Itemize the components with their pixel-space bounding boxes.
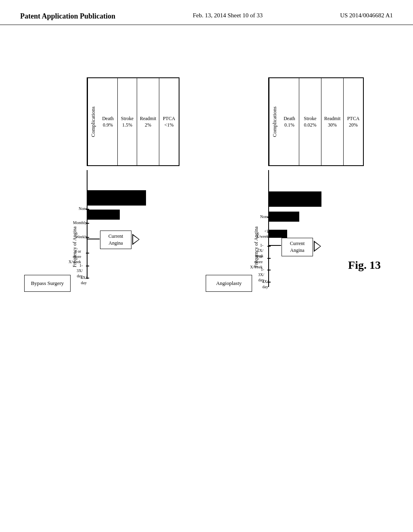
right-ptca-cell: PTCA 20%	[344, 78, 363, 165]
left-ptca-value: <1%	[165, 122, 174, 128]
publication-title: Patent Application Publication	[20, 12, 115, 21]
left-tick-1	[86, 278, 89, 278]
left-tick-4	[86, 237, 89, 238]
left-comp-columns: Death 0.9% Stroke 1.5% Readmit 2% PTCA <…	[98, 78, 179, 165]
left-readmit-cell: Readmit 2%	[137, 78, 159, 165]
right-death-cell: Death 0.1%	[280, 78, 299, 165]
right-bar-2	[269, 212, 299, 222]
left-death-value: 0.9%	[103, 122, 113, 128]
left-complications-label: Complications	[88, 78, 98, 165]
right-tick-3	[267, 258, 271, 259]
publication-date-sheet: Feb. 13, 2014 Sheet 10 of 33	[193, 12, 263, 19]
right-readmit-cell: Readmit 30%	[321, 78, 344, 165]
left-bar-2	[88, 210, 120, 220]
right-stroke-value: 0.02%	[304, 122, 317, 128]
left-tick-3	[86, 253, 89, 254]
right-ptca-label: PTCA	[347, 115, 360, 122]
left-bar-1	[88, 190, 146, 206]
left-complications-table: Complications Death 0.9% Stroke 1.5% Rea…	[87, 77, 179, 166]
right-axis-lt1: <1X/week	[256, 229, 269, 239]
left-death-label: Death	[102, 115, 114, 122]
left-stroke-cell: Stroke 1.5%	[118, 78, 137, 165]
right-current-angina-box: CurrentAngina	[282, 238, 313, 256]
right-complications-label: Complications	[269, 78, 280, 165]
right-bar-3	[269, 230, 287, 238]
angioplasty-box: Angioplasty	[206, 275, 252, 292]
right-tick-4	[267, 246, 271, 247]
right-stroke-label: Stroke	[304, 115, 316, 122]
left-tick-5	[86, 223, 89, 224]
left-death-cell: Death 0.9%	[98, 78, 118, 165]
left-readmit-value: 2%	[145, 122, 151, 128]
right-axis-1-2x: 1-2X/week	[255, 243, 263, 258]
figure-label: Fig. 13	[348, 259, 381, 272]
left-axis-3more: 3 or moreX/week	[69, 249, 81, 264]
left-axis-1-3x: 1-3X/day	[77, 263, 83, 278]
right-tick-2	[267, 270, 271, 270]
right-ptca-value: 20%	[349, 122, 358, 128]
left-tick-2	[86, 266, 89, 266]
bypass-surgery-box: Bypass Surgery	[24, 275, 71, 292]
patent-number: US 2014/0046682 A1	[340, 12, 393, 19]
left-arrow-inner	[133, 235, 139, 243]
right-readmit-label: Readmit	[324, 115, 341, 122]
right-complications-table: Complications Death 0.1% Stroke 0.02% Re…	[268, 77, 364, 166]
right-comp-columns: Death 0.1% Stroke 0.02% Readmit 30% PTCA…	[280, 78, 363, 165]
main-content: Fig. 13 Complications Death 0.9% Stroke …	[0, 25, 413, 41]
left-axis-monthly: Monthly	[73, 220, 87, 225]
right-bar-1	[269, 191, 321, 207]
left-stroke-label: Stroke	[121, 115, 133, 122]
left-horiz-line	[88, 239, 100, 239]
right-tick-1	[267, 282, 271, 283]
right-death-label: Death	[284, 115, 295, 122]
right-stroke-cell: Stroke 0.02%	[299, 78, 321, 165]
right-arrow-inner	[315, 242, 320, 250]
right-readmit-value: 30%	[328, 122, 337, 128]
left-readmit-label: Readmit	[140, 115, 156, 122]
left-ptca-label: PTCA	[163, 115, 175, 122]
left-ptca-cell: PTCA <1%	[159, 78, 179, 165]
left-current-angina-box: CurrentAngina	[100, 231, 131, 249]
right-horiz-line	[269, 245, 281, 246]
left-stroke-value: 1.5%	[122, 122, 132, 128]
page-header: Patent Application Publication Feb. 13, …	[0, 0, 413, 25]
right-death-value: 0.1%	[284, 122, 294, 128]
